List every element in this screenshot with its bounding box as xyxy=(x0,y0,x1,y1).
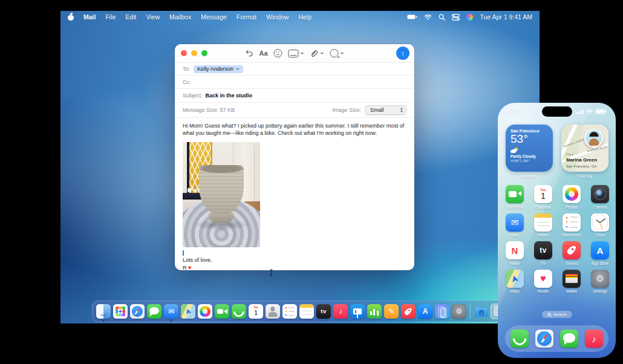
dock-item-maps[interactable] xyxy=(180,302,196,321)
app-label: Camera xyxy=(593,205,607,209)
dock-item-contacts[interactable] xyxy=(265,302,281,321)
dock-item-phone[interactable] xyxy=(231,302,247,321)
games-icon xyxy=(401,304,416,319)
apple-menu-icon[interactable] xyxy=(68,13,74,21)
phone-app-mail[interactable]: ✉Mail xyxy=(506,213,524,238)
paperclip-icon xyxy=(310,50,319,57)
menu-mailbox[interactable]: Mailbox xyxy=(169,13,191,21)
dock-item-numbers[interactable] xyxy=(367,302,382,321)
dock-item-iphone-mirroring[interactable] xyxy=(434,302,450,321)
close-window-button[interactable] xyxy=(181,50,187,56)
find-my-widget[interactable]: MARINA GREEN DR MARINA BLVD Now Marina G… xyxy=(561,125,608,172)
phone-app-news[interactable]: NNews xyxy=(506,241,524,265)
message-size-text: Message Size: 57 KB xyxy=(183,107,235,113)
spotlight-search-pill[interactable]: Search xyxy=(541,311,572,318)
dock-item-apps[interactable] xyxy=(113,302,128,321)
running-indicator xyxy=(171,320,172,322)
dock-item-mail[interactable]: ✉ xyxy=(163,302,179,321)
phone-app-settings[interactable]: ⚙Settings xyxy=(591,270,609,294)
app-store-icon: A xyxy=(418,304,432,319)
emoji-button[interactable] xyxy=(274,49,282,57)
screenshot-canvas: Mail File Edit View Mailbox Message Form… xyxy=(0,0,623,364)
dock-item-reminders[interactable] xyxy=(282,302,298,321)
menu-format[interactable]: Format xyxy=(236,13,256,21)
format-button[interactable]: Aa xyxy=(259,50,267,57)
settings-icon: ⚙ xyxy=(452,304,466,319)
maps-icon xyxy=(506,270,524,288)
dock-item-app-store[interactable]: A xyxy=(417,302,433,321)
dock-item-notes[interactable] xyxy=(299,302,315,321)
phone-app-camera[interactable]: Camera xyxy=(591,185,609,209)
spotlight-search-icon[interactable] xyxy=(439,14,445,21)
cc-field-row[interactable]: Cc: xyxy=(175,76,414,89)
dock-item-messages[interactable] xyxy=(146,302,162,321)
menu-window[interactable]: Window xyxy=(266,13,289,21)
menu-bar-status: Tue Apr 1 9:41 AM xyxy=(407,13,532,21)
chevron-down-icon xyxy=(321,53,324,54)
battery-icon[interactable] xyxy=(407,15,417,19)
dock-item-finder[interactable] xyxy=(96,302,111,321)
phone-app-clock[interactable]: Clock xyxy=(591,213,609,238)
phone-icon xyxy=(232,304,246,319)
menu-edit[interactable]: Edit xyxy=(125,13,136,21)
menu-view[interactable]: View xyxy=(146,13,160,21)
safari-icon[interactable] xyxy=(535,330,553,348)
phone-app-photos[interactable]: Photos xyxy=(563,185,581,209)
message-body[interactable]: Hi Mom! Guess what? I picked up pottery … xyxy=(175,118,414,272)
menu-message[interactable]: Message xyxy=(201,13,227,21)
photo-browser-button[interactable] xyxy=(289,50,304,57)
app-grid: FaceTime Tue1Calendar Photos Camera ✉Mai… xyxy=(506,185,609,293)
recipient-token[interactable]: Kelly Anderson xyxy=(194,65,243,73)
menu-file[interactable]: File xyxy=(105,13,116,21)
wifi-icon[interactable] xyxy=(424,14,432,20)
body-paragraph: Hi Mom! Guess what? I picked up pottery … xyxy=(183,122,408,137)
notes-icon xyxy=(534,213,552,232)
dock-item-photos[interactable] xyxy=(197,302,213,321)
weather-widget[interactable]: San Francisco 53° Partly Cloudy H:56° L:… xyxy=(506,125,553,172)
control-center-icon[interactable] xyxy=(452,14,460,21)
dock-item-music[interactable]: ♪ xyxy=(333,302,348,321)
dock-item-downloads[interactable] xyxy=(474,302,489,321)
phone-app-maps[interactable]: Maps xyxy=(506,270,524,294)
music-icon[interactable]: ♪ xyxy=(585,330,603,348)
phone-app-calendar[interactable]: Tue1Calendar xyxy=(534,185,552,209)
image-size-group: Image Size: Small xyxy=(332,105,406,115)
menu-help[interactable]: Help xyxy=(298,13,312,21)
attach-button[interactable] xyxy=(310,50,324,57)
dock-item-pages[interactable]: ✎ xyxy=(383,302,399,321)
dock-item-tv[interactable]: tv xyxy=(316,302,331,321)
dock-item-facetime[interactable] xyxy=(214,302,230,321)
phone-app-reminders[interactable]: Reminders xyxy=(563,213,581,238)
dock-item-calendar[interactable]: Tue1 xyxy=(248,302,264,321)
signature-initial: R xyxy=(183,265,187,271)
menu-bar-clock[interactable]: Tue Apr 1 9:41 AM xyxy=(480,13,532,21)
menu-app-name[interactable]: Mail xyxy=(83,13,96,21)
phone-app-app-store[interactable]: AApp Store xyxy=(591,241,609,265)
dock-item-safari[interactable] xyxy=(129,302,145,321)
zoom-window-button[interactable] xyxy=(201,50,207,56)
phone-app-health[interactable]: ♥Health xyxy=(534,270,552,294)
phone-app-games[interactable]: Games xyxy=(563,241,581,265)
weather-widget-column: San Francisco 53° Partly Cloudy H:56° L:… xyxy=(506,125,553,178)
minimize-window-button[interactable] xyxy=(191,50,197,56)
insert-menu-button[interactable] xyxy=(330,49,344,57)
pottery-photo[interactable] xyxy=(183,142,260,247)
keynote-icon xyxy=(350,304,365,319)
undo-button[interactable] xyxy=(245,50,253,57)
to-field-row[interactable]: To: Kelly Anderson xyxy=(175,63,414,76)
undo-icon xyxy=(245,50,253,57)
subject-field-row[interactable]: Subject: Back in the studio xyxy=(175,89,414,103)
dock-item-keynote[interactable] xyxy=(350,302,365,321)
dock-item-system-settings[interactable]: ⚙ xyxy=(451,302,467,321)
image-size-select[interactable]: Small xyxy=(365,105,406,115)
weather-high-low: H:56° L:50° xyxy=(510,159,548,163)
phone-icon[interactable] xyxy=(510,330,529,348)
phone-app-facetime[interactable]: FaceTime xyxy=(506,185,524,209)
phone-app-notes[interactable]: Notes xyxy=(534,213,552,238)
siri-icon[interactable] xyxy=(466,14,473,21)
send-button[interactable]: ↑ xyxy=(396,47,409,60)
phone-app-wallet[interactable]: Wallet xyxy=(563,270,581,294)
dock-item-games[interactable] xyxy=(400,302,416,321)
phone-app-tv[interactable]: tvTV xyxy=(534,241,552,265)
messages-icon[interactable] xyxy=(560,330,578,348)
